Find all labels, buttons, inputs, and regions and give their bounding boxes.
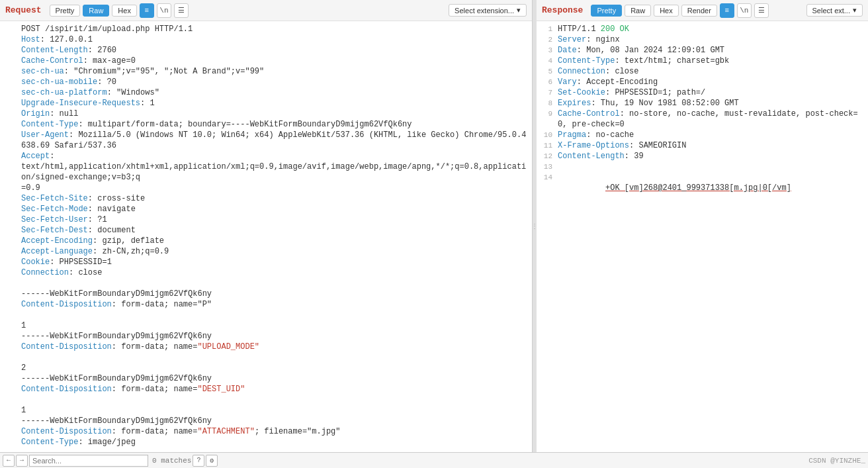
request-tab-raw[interactable]: Raw (83, 5, 109, 17)
request-line-6: sec-ch-ua-mobile: ?0 (0, 77, 532, 87)
request-line-1: POST /ispirit/im/upload.php HTTP/1.1 (0, 24, 532, 34)
request-val-2: 2 (0, 363, 532, 373)
response-tab-render[interactable]: Render (681, 5, 717, 17)
request-val-3: 1 (0, 405, 532, 416)
request-line-5: sec-ch-ua: "Chromium";v="95", ";Not A Br… (0, 66, 532, 77)
help-button[interactable]: ? (193, 455, 204, 467)
response-line-13: 13 (537, 162, 868, 172)
response-content: 1 HTTP/1.1 200 OK 2 Server: nginx 3 Date… (537, 21, 868, 452)
response-line-12: 12 Content-Length: 39 (537, 151, 868, 162)
response-header: Response Pretty Raw Hex Render ≡ \n ☰ Se… (537, 0, 868, 21)
request-boundary-3: ------WebKitFormBoundaryD9mijgm62VfQk6ny (0, 373, 532, 384)
request-content-disp-upload: Content-Disposition: form-data; name="UP… (0, 342, 532, 352)
response-select-extension[interactable]: Select ext... ▾ (806, 4, 863, 17)
request-content-disp-P: Content-Disposition: form-data; name="P" (0, 299, 532, 310)
request-line-20: Cookie: PHPSESSID=1 (0, 257, 532, 267)
request-line-empty4 (0, 395, 532, 405)
response-line-5: 5 Connection: close (537, 66, 868, 77)
response-line-1: 1 HTTP/1.1 200 OK (537, 24, 868, 34)
response-line-11: 11 X-Frame-Options: SAMEORIGIN (537, 140, 868, 151)
request-content-disp-dest: Content-Disposition: form-data; name="DE… (0, 384, 532, 395)
request-icon-menu[interactable]: ☰ (174, 3, 189, 18)
response-line-7: 7 Set-Cookie: PHPSESSID=1; path=/ (537, 87, 868, 98)
response-line-3: 3 Date: Mon, 08 Jan 2024 12:09:01 GMT (537, 45, 868, 56)
response-line-2: 2 Server: nginx (537, 34, 868, 45)
request-icon-lines[interactable]: ≡ (140, 3, 154, 18)
response-line-14: 14 +OK [vm]268@2401_999371338[m.jpg|0[/v… (537, 172, 868, 204)
request-line-9: Origin: null (0, 109, 532, 119)
search-input[interactable] (29, 455, 148, 467)
request-line-empty3 (0, 352, 532, 363)
request-line-empty5 (0, 447, 532, 452)
response-tab-hex[interactable]: Hex (654, 5, 679, 17)
request-content: POST /ispirit/im/upload.php HTTP/1.1 Hos… (0, 21, 532, 452)
bottom-bar: ← → 0 matches ? ⚙ CSDN @YINZHE_ (0, 452, 868, 468)
request-boundary-4: ------WebKitFormBoundaryD9mijgm62VfQk6ny (0, 416, 532, 426)
request-tab-hex[interactable]: Hex (112, 5, 137, 17)
response-icon-lines[interactable]: ≡ (720, 3, 734, 18)
response-line-9: 9 Cache-Control: no-store, no-cache, mus… (537, 109, 868, 130)
matches-count: 0 matches (152, 457, 191, 465)
request-content-disp-attachment: Content-Disposition: form-data; name="AT… (0, 426, 532, 437)
request-line-14: Sec-Fetch-Site: cross-site (0, 193, 532, 204)
request-line-11: User-Agent: Mozilla/5.0 (Windows NT 10.0… (0, 130, 532, 151)
response-line-10: 10 Pragma: no-cache (537, 130, 868, 140)
watermark: CSDN @YINZHE_ (808, 457, 865, 465)
response-tab-raw[interactable]: Raw (625, 5, 651, 17)
request-val-1: 1 (0, 320, 532, 331)
forward-button[interactable]: → (16, 455, 28, 467)
request-line-2: Host: 127.0.0.1 (0, 34, 532, 45)
back-button[interactable]: ← (3, 455, 15, 467)
response-tab-pretty[interactable]: Pretty (591, 5, 622, 17)
response-line-8: 8 Expires: Thu, 19 Nov 1981 08:52:00 GMT (537, 98, 868, 109)
request-line-3: Content-Length: 2760 (0, 45, 532, 56)
chevron-down-icon: ▾ (517, 6, 521, 15)
response-chevron-icon: ▾ (853, 6, 857, 15)
request-line-19: Accept-Language: zh-CN,zh;q=0.9 (0, 246, 532, 257)
request-line-10: Content-Type: multipart/form-data; bound… (0, 119, 532, 130)
request-panel: Request Pretty Raw Hex ≡ \n ☰ Select ext… (0, 0, 533, 452)
request-line-empty2 (0, 310, 532, 320)
request-line-15: Sec-Fetch-Mode: navigate (0, 204, 532, 214)
bottom-bar-left: ← → 0 matches ? ⚙ (3, 455, 218, 467)
request-title: Request (5, 5, 42, 15)
request-content-type-jpeg: Content-Type: image/jpeg (0, 437, 532, 447)
request-line-12: Accept: (0, 151, 532, 162)
response-title: Response (542, 5, 583, 15)
response-line-4: 4 Content-Type: text/html; charset=gbk (537, 56, 868, 66)
request-boundary-1: ------WebKitFormBoundaryD9mijgm62VfQk6ny (0, 289, 532, 299)
request-line-13: text/html,application/xhtml+xml,applicat… (0, 162, 532, 193)
request-line-18: Accept-Encoding: gzip, deflate (0, 236, 532, 246)
request-line-8: Upgrade-Insecure-Requests: 1 (0, 98, 532, 109)
request-line-empty1 (0, 278, 532, 289)
response-line-6: 6 Vary: Accept-Encoding (537, 77, 868, 87)
request-select-extension[interactable]: Select extension... ▾ (449, 4, 527, 17)
request-tab-pretty[interactable]: Pretty (50, 5, 81, 17)
request-line-4: Cache-Control: max-age=0 (0, 56, 532, 66)
request-icon-newline[interactable]: \n (157, 3, 171, 18)
request-header: Request Pretty Raw Hex ≡ \n ☰ Select ext… (0, 0, 532, 21)
request-line-16: Sec-Fetch-User: ?1 (0, 214, 532, 225)
response-panel: Response Pretty Raw Hex Render ≡ \n ☰ Se… (537, 0, 868, 452)
response-icon-menu[interactable]: ☰ (754, 3, 769, 18)
request-boundary-2: ------WebKitFormBoundaryD9mijgm62VfQk6ny (0, 331, 532, 342)
request-line-7: sec-ch-ua-platform: "Windows" (0, 87, 532, 98)
settings-button[interactable]: ⚙ (206, 455, 218, 467)
request-line-21: Connection: close (0, 267, 532, 278)
request-line-17: Sec-Fetch-Dest: document (0, 225, 532, 236)
response-body-ok: +OK [vm]268@2401_999371338[m.jpg|0[/vm] (605, 183, 791, 193)
response-icon-newline[interactable]: \n (737, 3, 752, 18)
main-container: Request Pretty Raw Hex ≡ \n ☰ Select ext… (0, 0, 868, 452)
